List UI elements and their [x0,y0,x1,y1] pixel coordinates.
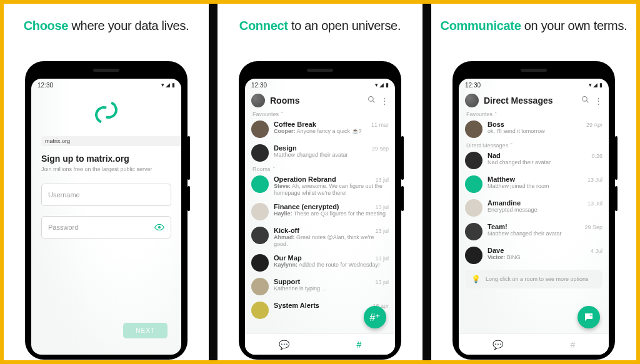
avatar [251,175,269,193]
promo-panel-3: Communicate on your own terms. 12:30 ▾ ◢… [422,4,636,360]
section-favourites[interactable]: Favourites ˅ [459,110,609,117]
item-message: Kaylynn: Added the route for Wednesday! [274,262,389,268]
status-bar: 12:30 ▾ ◢ ▮ [31,79,181,90]
status-icons: ▾ ◢ ▮ [161,82,175,88]
overflow-icon[interactable]: ⋮ [381,96,389,106]
item-name: Our Map [274,254,302,262]
promo-panel-1: Choose where your data lives. 12:30 ▾ ◢ … [4,4,209,360]
list-item[interactable]: Operation Rebrand13 julSteve: Ah, awesom… [245,172,395,200]
next-button[interactable]: NEXT [123,323,168,338]
lightbulb-icon: 💡 [471,275,481,283]
username-field[interactable]: Username [41,184,171,206]
list-item[interactable]: Coffee Break11 marCooper: Anyone fancy a… [245,117,395,141]
item-message: Haylie: These are Q3 figures for the mee… [274,210,389,217]
item-message: Nad changed their avatar [488,159,602,166]
eye-icon[interactable] [154,224,164,230]
hint-banner: 💡 Long click on a room to see more optio… [465,270,602,288]
list-item[interactable]: Dave4 JulVictor: BING [459,243,609,267]
avatar [251,203,269,220]
item-date: 13 jul [375,228,389,234]
section-rooms[interactable]: Rooms ˅ [245,165,395,172]
list-item[interactable]: Boss29 Aprok, I'll send it tomorrow [459,117,609,141]
chevron-down-icon: ˅ [272,166,276,172]
item-name: System Alerts [274,302,319,309]
self-avatar[interactable] [465,94,479,107]
app-logo-icon [95,101,118,124]
avatar [465,152,482,169]
username-placeholder: Username [48,191,80,199]
avatar [465,247,482,264]
item-message: Matthew changed their avatar [274,152,389,159]
signup-title: Sign up to matrix.org [41,154,171,164]
item-name: Finance (encrypted) [274,203,339,210]
list-item[interactable]: Our Map13 julKaylynn: Added the route fo… [245,251,395,275]
headline-3: Communicate on your own terms. [441,17,628,50]
item-message: Victor: BING [488,254,602,261]
item-name: Nad [488,152,501,159]
search-icon[interactable] [368,96,376,106]
item-message: Katherine is typing … [274,285,389,292]
promo-panel-2: Connect to an open universe. 12:30 ▾ ◢ ▮… [209,4,422,360]
headline-1: Choose where your data lives. [24,17,189,50]
chevron-down-icon: ˅ [281,111,284,117]
list-item[interactable]: Design29 sepMatthew changed their avatar [245,141,395,165]
phone-mockup: 12:30 ▾ ◢ ▮ Direct Messages ⋮ Favourites… [452,61,615,360]
status-bar: 12:30 ▾ ◢ ▮ [245,79,395,90]
item-date: 13 jul [375,204,389,210]
item-date: 29 Apr [586,122,602,128]
item-name: Amandine [488,199,521,207]
item-message: ok, I'll send it tomorrow [488,128,602,135]
list-item[interactable]: Team!29 SepMatthew changed their avatar [459,220,609,243]
screen-title: Rooms [270,96,362,106]
nav-rooms-icon[interactable]: # [570,340,575,350]
bottom-nav: 💬 # [245,333,395,355]
item-date: 4 Jul [591,248,602,254]
nav-rooms-icon[interactable]: # [356,340,361,350]
item-name: Operation Rebrand [274,175,336,183]
item-message: Encrypted message [488,207,602,214]
nav-dm-icon[interactable]: 💬 [492,340,503,350]
section-dm[interactable]: Direct Messages ˅ [459,141,609,149]
list-item[interactable]: Nad0:26Nad changed their avatar [459,149,609,172]
item-date: 29 sep [372,145,389,152]
svg-point-3 [582,97,588,102]
bottom-nav: 💬 # [459,333,609,355]
avatar [251,254,269,272]
signup-subtitle: Join millions free on the largest public… [41,166,171,172]
section-favourites[interactable]: Favourites ˅ [245,110,395,117]
item-date: 13 Jul [588,177,602,183]
avatar [251,278,269,295]
server-chip[interactable]: matrix.org [41,136,181,146]
avatar [251,121,269,138]
svg-text:+: + [590,313,593,318]
item-date: 13 jul [375,255,389,262]
list-item[interactable]: Matthew13 JulMatthew joined the room [459,172,609,196]
item-date: 13 Jul [588,200,602,207]
list-item[interactable]: Finance (encrypted)13 julHaylie: These a… [245,200,395,224]
chevron-down-icon: ˅ [494,111,498,117]
list-item[interactable]: Amandine13 JulEncrypted message [459,196,609,220]
password-field[interactable]: Password [41,216,171,239]
item-name: Boss [488,121,504,128]
item-name: Design [274,144,297,152]
status-bar: 12:30 ▾ ◢ ▮ [459,79,609,90]
item-message: Matthew changed their avatar [488,230,602,237]
fab-new-room[interactable]: #⁺ [364,306,386,328]
status-time: 12:30 [38,82,53,89]
item-date: 13 jul [375,177,389,183]
avatar [465,175,482,193]
nav-dm-icon[interactable]: 💬 [279,340,289,350]
avatar [465,121,482,138]
overflow-icon[interactable]: ⋮ [594,96,602,106]
list-item[interactable]: Kick-off13 julAhmad: Great notes @Alan, … [245,224,395,251]
item-date: 13 jul [375,279,389,285]
self-avatar[interactable] [251,94,265,107]
item-date: 11 mar [371,122,389,128]
search-icon[interactable] [581,96,589,106]
password-placeholder: Password [48,224,78,231]
fab-new-chat[interactable]: + [578,306,600,328]
avatar [251,302,269,319]
svg-point-1 [369,97,374,102]
list-item[interactable]: Support13 julKatherine is typing … [245,275,395,298]
svg-point-0 [158,226,161,229]
